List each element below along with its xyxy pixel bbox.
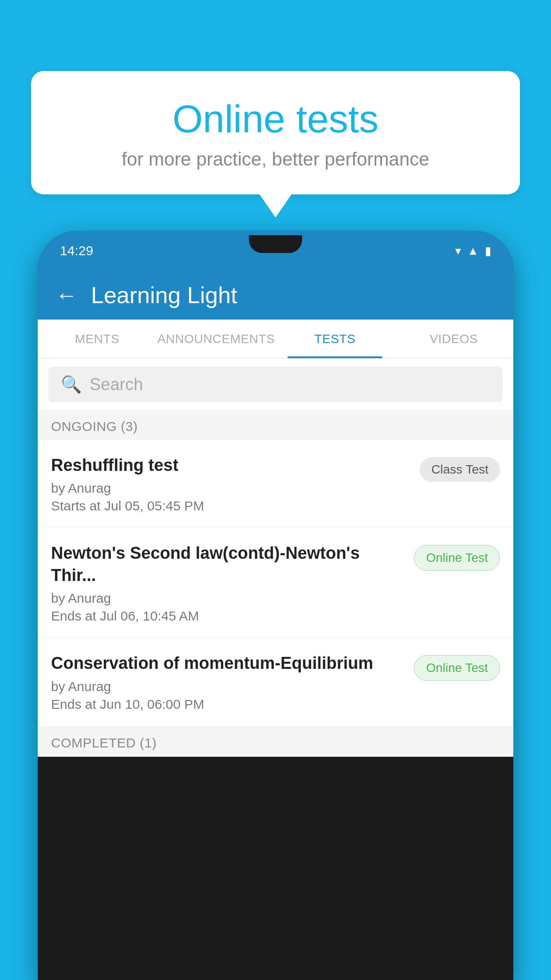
bubble-subtitle: for more practice, better performance (53, 149, 498, 170)
tab-bar: MENTS ANNOUNCEMENTS TESTS VIDEOS (38, 320, 513, 359)
test-name-3: Conservation of momentum-Equilibrium (51, 652, 405, 674)
test-item-1[interactable]: Reshuffling test by Anurag Starts at Jul… (38, 440, 513, 528)
completed-section-label: COMPLETED (1) (38, 727, 513, 757)
test-by-2: by Anurag (51, 591, 405, 606)
tab-ments[interactable]: MENTS (38, 320, 157, 358)
phone-wrapper: 14:29 ▾ ▲ ▮ ← Learning Light MENTS ANNOU… (38, 231, 513, 980)
test-by-3: by Anurag (51, 679, 405, 694)
test-item-2[interactable]: Newton's Second law(contd)-Newton's Thir… (38, 528, 513, 638)
test-info-2: Newton's Second law(contd)-Newton's Thir… (51, 542, 405, 624)
search-input[interactable]: Search (90, 375, 143, 394)
test-info-3: Conservation of momentum-Equilibrium by … (51, 652, 405, 711)
wifi-icon: ▾ (455, 244, 461, 258)
app-header: ← Learning Light (38, 271, 513, 320)
speech-bubble: Online tests for more practice, better p… (31, 71, 520, 194)
app-content: 🔍 Search ONGOING (3) Reshuffling test by… (38, 359, 513, 757)
bubble-title: Online tests (53, 98, 498, 141)
status-time: 14:29 (60, 243, 93, 258)
test-time-2: Ends at Jul 06, 10:45 AM (51, 609, 405, 624)
search-icon: 🔍 (61, 375, 82, 394)
status-icons: ▾ ▲ ▮ (455, 244, 491, 258)
status-bar: 14:29 ▾ ▲ ▮ (38, 231, 513, 271)
app-title: Learning Light (91, 282, 237, 308)
test-badge-3: Online Test (414, 655, 500, 681)
test-badge-2: Online Test (414, 545, 500, 571)
test-time-3: Ends at Jun 10, 06:00 PM (51, 697, 405, 712)
tab-videos[interactable]: VIDEOS (394, 320, 513, 358)
tab-tests[interactable]: TESTS (276, 320, 394, 358)
test-time-1: Starts at Jul 05, 05:45 PM (51, 498, 411, 514)
back-button[interactable]: ← (55, 282, 78, 308)
test-name-1: Reshuffling test (51, 454, 411, 476)
test-by-1: by Anurag (51, 481, 411, 496)
search-container: 🔍 Search (38, 359, 513, 410)
ongoing-section-label: ONGOING (3) (38, 410, 513, 440)
battery-icon: ▮ (485, 244, 491, 258)
search-bar[interactable]: 🔍 Search (48, 367, 503, 402)
test-badge-1: Class Test (420, 457, 500, 482)
test-info-1: Reshuffling test by Anurag Starts at Jul… (51, 454, 411, 514)
signal-icon: ▲ (467, 244, 479, 258)
test-name-2: Newton's Second law(contd)-Newton's Thir… (51, 542, 405, 586)
test-list: Reshuffling test by Anurag Starts at Jul… (38, 440, 513, 727)
tab-announcements[interactable]: ANNOUNCEMENTS (157, 320, 276, 358)
test-item-3[interactable]: Conservation of momentum-Equilibrium by … (38, 638, 513, 726)
phone-frame: 14:29 ▾ ▲ ▮ ← Learning Light MENTS ANNOU… (38, 231, 513, 980)
